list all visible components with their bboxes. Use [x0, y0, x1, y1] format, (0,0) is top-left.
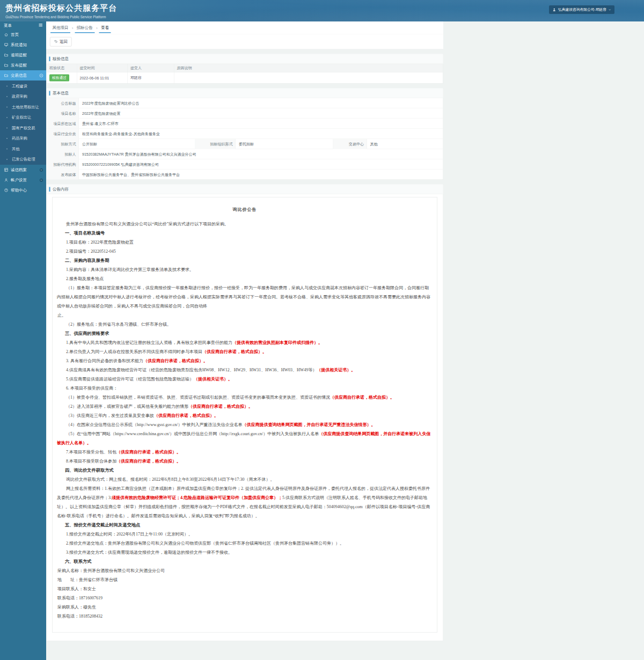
- breadcrumb-separator: ›: [70, 25, 75, 31]
- basic-section-header: 基本信息: [47, 89, 443, 99]
- announcement-paragraph: 4.供应商须具有有效的危险废物经营许可证（经营的危险废物类别应包含HW08、HW…: [57, 365, 433, 375]
- sidebar-item-trade-info[interactable]: 交易信息: [0, 70, 46, 80]
- collapse-toggle-icon[interactable]: [39, 73, 43, 78]
- submenu-item[interactable]: 国有产权交易: [0, 123, 46, 134]
- announcement-paragraph: 三、供应商的资格要求: [57, 329, 433, 338]
- announcement-paragraph: 二、采购内容及服务期: [57, 256, 433, 265]
- sidebar-item-home[interactable]: 首页: [0, 30, 46, 40]
- basic-info-row: 发布媒体中国招标投标公共服务平台、贵州省招标投标公共服务平台: [47, 170, 443, 180]
- basic-info-row: 项目名称2022年度危险废物处置: [47, 108, 443, 119]
- submenu-item[interactable]: 政府采购: [0, 91, 46, 102]
- back-arrow-icon: [54, 39, 58, 44]
- question-icon: [4, 188, 9, 193]
- submenu-item-label: 工程建设: [12, 84, 27, 89]
- main-area: 其他项目›招标公告›查看 返回 核验信息: [46, 21, 644, 660]
- breadcrumb-item[interactable]: 招标公告: [75, 23, 94, 33]
- sidebar-item-publish-reminder[interactable]: 发布提醒: [0, 60, 46, 70]
- submenu-item[interactable]: 药品采购: [0, 133, 46, 144]
- sidebar-item-help-center[interactable]: 帮助中心: [0, 185, 46, 195]
- submenu-item[interactable]: 土地使用权出让: [0, 102, 46, 113]
- basic-info-value: 91520000722109905K 弘典建设咨询有限公司: [79, 159, 443, 170]
- user-icon: [4, 178, 9, 182]
- sidebar-item-label: 系统通知: [11, 42, 27, 48]
- announcement-paragraph: （5）在“信用中国”网站（https://www.creditchina.gov…: [57, 429, 433, 448]
- verify-table-header: 提交时间: [77, 64, 128, 72]
- announcement-paragraph: 询比价文件获取方式：网上报名。报名时间：2022年6月8日上午8:30至2022…: [57, 475, 433, 484]
- page-subtitle: GuiZhou Province Tendering and Bidding P…: [5, 15, 117, 19]
- verify-time-cell: 2022-06-06 11:01: [77, 72, 128, 84]
- basic-section-title: 基本信息: [53, 91, 69, 96]
- expand-toggle-icon[interactable]: [39, 167, 43, 172]
- verify-table-header: 核验状态: [47, 64, 77, 72]
- basic-info-row: 招标方式公开招标招标组织形式委托招标交易中心其他: [47, 139, 443, 149]
- sidebar-item-overdue-reminder[interactable]: 逾期提醒: [0, 50, 46, 60]
- page-body: 菜单 首页系统通知逾期提醒发布提醒交易信息工程建设政府采购土地使用权出让矿业权出…: [0, 21, 644, 660]
- sidebar-item-label: 逾期提醒: [11, 53, 27, 58]
- announcement-paragraph: 四、询比价文件获取方式: [57, 466, 433, 475]
- announcement-paragraph: 3.报价文件递交方式：供应商需现场递交报价文件，逾期送达的报价文件一律不予接收。: [57, 548, 433, 557]
- caret-down-icon: [609, 8, 612, 11]
- submenu-item[interactable]: 其他: [0, 144, 46, 155]
- app-header: 贵州省招标投标公共服务平台 GuiZhou Province Tendering…: [0, 0, 644, 21]
- announcement-paragraph: 1.报价文件递交截止时间：2022年6月17日上午11:00（北京时间）。: [57, 530, 433, 539]
- basic-info-value: 2022年度危险废物处置询比价公告: [79, 98, 443, 108]
- expand-icon: [39, 178, 43, 182]
- page: 贵州省招标投标公共服务平台 GuiZhou Province Tendering…: [0, 0, 644, 660]
- sidebar-item-credit-archive[interactable]: 诚信档案: [0, 165, 46, 175]
- submenu-item-label: 已发公告处理: [12, 157, 35, 162]
- verify-table-row: 核验通过2022-06-06 11:01邓廷容: [47, 72, 443, 84]
- folder-icon: [4, 63, 9, 68]
- announcement-paragraph: （4）在国家企业信用信息公示系统（http://www.gsxt.gov.cn/…: [57, 420, 433, 429]
- sidebar-item-notices[interactable]: 系统通知: [0, 40, 46, 50]
- hamburger-icon[interactable]: [39, 23, 43, 28]
- sidebar-item-label: 发布提醒: [11, 63, 27, 68]
- submenu-item[interactable]: 矿业权出让: [0, 112, 46, 123]
- section-accent-bar: [49, 187, 50, 192]
- sidebar-item-label: 首页: [11, 32, 19, 38]
- announcement-paragraph: 6. 本项目不接受的供应商：: [57, 384, 433, 393]
- brand: 贵州省招标投标公共服务平台 GuiZhou Province Tendering…: [5, 3, 117, 19]
- breadcrumb-item[interactable]: 查看: [99, 23, 111, 33]
- basic-info-value: 2022年度危险废物处置: [79, 108, 443, 119]
- announcement-paragraph: 2.单位负责人为同一人或存在控股关系的不同供应商不得同时参与本项目（供应商自行承…: [57, 347, 433, 356]
- expand-toggle-icon[interactable]: [39, 178, 43, 182]
- basic-info-label: 招标组织形式: [195, 139, 236, 149]
- announcement-paragraph: 地 址：贵州省仁怀市茅台镇: [57, 575, 433, 584]
- sidebar-item-account-settings[interactable]: 帐户设置: [0, 175, 46, 185]
- announcement-paragraph: 一、项目名称及编号: [57, 229, 433, 238]
- back-button-label: 返回: [60, 39, 68, 45]
- announcement-paragraph: 网上报名所需资料：1.有效的工商营业执照（正本或副本）原件或加盖供应商公章的复印…: [57, 484, 433, 520]
- submenu-item[interactable]: 工程建设: [0, 81, 46, 92]
- announcement-paragraph: （1）服务期：本项目暂定服务期为三年，供应商报价按一年服务期进行报价，报价一经接…: [57, 283, 433, 311]
- announcement-paragraph: 2.服务期及服务地点: [57, 274, 433, 283]
- verify-section-header: 核验信息: [47, 54, 443, 64]
- back-button[interactable]: 返回: [50, 37, 72, 47]
- submenu-item-label: 药品采购: [12, 136, 27, 141]
- announcement-title: 询比价公告: [57, 204, 433, 215]
- announcement-paragraph: （3）供应商近三年内，发生过质量及安全事故（供应商自行承诺，格式自拟）。: [57, 411, 433, 420]
- basic-info-value: 其他: [367, 139, 443, 149]
- sidebar-item-label: 交易信息: [11, 73, 27, 78]
- verify-table-header: 提交人: [128, 64, 174, 72]
- submenu-item-label: 矿业权出让: [12, 115, 31, 120]
- announcement-paragraph: 2.项目编号：20220512-045: [57, 247, 433, 256]
- announcement-paragraph: 联系电话：18716007619: [57, 593, 433, 603]
- breadcrumb-item[interactable]: 其他项目: [50, 23, 70, 33]
- verify-section-title: 核验信息: [53, 56, 69, 62]
- person-icon: [552, 8, 557, 12]
- collapse-icon: [39, 73, 43, 78]
- announcement-paragraph: 1.项目名称：2022年度危险废物处置: [57, 238, 433, 247]
- basic-info-label: 招标代理机构: [47, 159, 79, 170]
- sidebar-item-label: 诚信档案: [11, 167, 27, 173]
- sidebar-header: 菜单: [0, 21, 46, 30]
- basic-info-row: 招标人91520382MAAJYTHA7R 贵州茅台酒股份有限公司和义兴酒业分公…: [47, 149, 443, 159]
- announcement-paragraph: 采购人名称：贵州茅台酒股份有限公司和义兴酒业分公司: [57, 566, 433, 575]
- basic-info-label: 交易中心: [333, 139, 367, 149]
- user-menu[interactable]: 弘典建设咨询有限公司-邓廷容: [549, 5, 614, 14]
- announcement-paragraph: （2）进入清算程序，或被宣告破产，或其他丧失履约能力的情形（供应商自行承诺，格式…: [57, 402, 433, 411]
- basic-info-value: 公开招标: [79, 139, 195, 149]
- submenu-item-label: 土地使用权出让: [12, 105, 39, 110]
- user-name: 弘典建设咨询有限公司-邓廷容: [558, 8, 606, 12]
- folder-icon: [4, 74, 9, 78]
- submenu-item[interactable]: 已发公告处理: [0, 154, 46, 165]
